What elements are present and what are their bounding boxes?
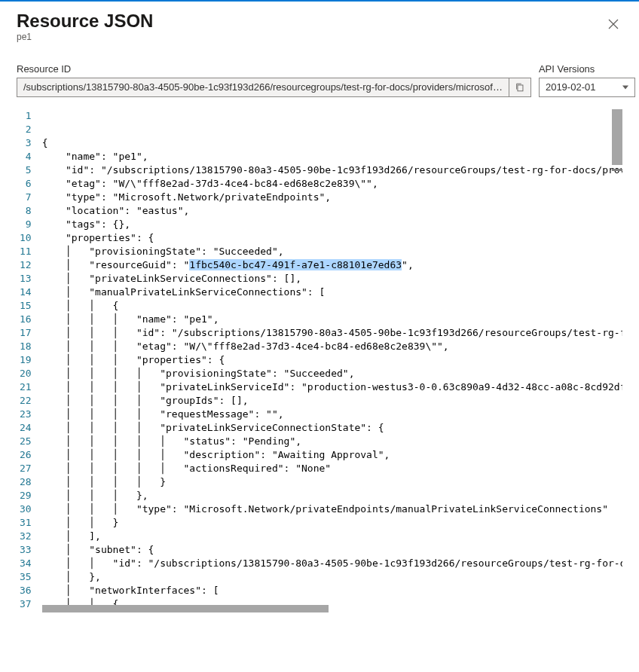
line-number: 10: [20, 231, 32, 245]
line-number: 33: [20, 543, 32, 557]
line-number: 11: [20, 245, 32, 258]
line-number: 29: [20, 489, 32, 502]
line-number: 27: [20, 462, 32, 475]
code-line[interactable]: │ "provisioningState": "Succeeded",: [42, 245, 622, 258]
code-line[interactable]: │ │ }: [42, 516, 622, 530]
header: Resource JSON pe1: [0, 2, 639, 42]
code-line[interactable]: │ │ │ │ }: [42, 475, 622, 489]
resource-id-input-row: /subscriptions/13815790-80a3-4505-90be-1…: [17, 78, 531, 97]
code-line[interactable]: │ │ "id": "/subscriptions/13815790-80a3-…: [42, 557, 622, 570]
code-line[interactable]: │ "networkInterfaces": [: [42, 584, 622, 597]
line-number: 25: [20, 435, 32, 448]
code-line[interactable]: "etag": "W/\"fff8e2ad-37d3-4ce4-bc84-ed6…: [42, 177, 622, 191]
line-number: 6: [20, 177, 32, 191]
code-line[interactable]: │ │ │ "id": "/subscriptions/13815790-80a…: [42, 326, 622, 340]
line-number: 19: [20, 353, 32, 367]
line-number: 9: [20, 218, 32, 231]
line-number: 23: [20, 408, 32, 421]
text-selection: 1fbc540c-bc47-491f-a7e1-c88101e7ed63: [189, 259, 402, 270]
code-line[interactable]: "name": "pe1",: [42, 150, 622, 163]
json-editor[interactable]: 1234567891011121314151617181920212223242…: [17, 109, 622, 612]
code-line[interactable]: │ │ │ "etag": "W/\"fff8e2ad-37d3-4ce4-bc…: [42, 340, 622, 353]
close-icon: [608, 19, 619, 29]
line-number: 21: [20, 380, 32, 394]
close-button[interactable]: [604, 15, 622, 33]
line-number: 31: [20, 516, 32, 530]
line-number: 14: [20, 286, 32, 299]
horizontal-scrollbar-thumb[interactable]: [42, 605, 329, 612]
line-number: 36: [20, 584, 32, 597]
page-title: Resource JSON: [17, 11, 622, 32]
api-versions-field: API Versions 2019-02-01: [539, 63, 635, 97]
code-line[interactable]: │ },: [42, 570, 622, 584]
code-line[interactable]: │ "privateLinkServiceConnections": [],: [42, 272, 622, 286]
line-number: 15: [20, 299, 32, 313]
line-number: 13: [20, 272, 32, 286]
line-number: 28: [20, 475, 32, 489]
code-line[interactable]: │ "resourceGuid": "1fbc540c-bc47-491f-a7…: [42, 258, 622, 272]
code-line[interactable]: {: [42, 136, 622, 150]
line-number: 22: [20, 394, 32, 408]
line-number: 32: [20, 530, 32, 543]
line-number: 4: [20, 150, 32, 163]
line-number: 26: [20, 448, 32, 462]
resource-id-field: Resource ID /subscriptions/13815790-80a3…: [17, 63, 531, 97]
line-number: 3: [20, 136, 32, 150]
api-versions-select[interactable]: 2019-02-01: [539, 78, 635, 97]
code-line[interactable]: "id": "/subscriptions/13815790-80a3-4505…: [42, 163, 622, 177]
code-line[interactable]: │ "manualPrivateLinkServiceConnections":…: [42, 286, 622, 299]
code-line[interactable]: │ │ │ │ "requestMessage": "",: [42, 408, 622, 421]
line-number: 18: [20, 340, 32, 353]
api-versions-value: 2019-02-01: [546, 81, 596, 93]
code-line[interactable]: │ │ │ },: [42, 489, 622, 502]
line-number: 30: [20, 502, 32, 516]
code-line[interactable]: │ │ │ │ "provisioningState": "Succeeded"…: [42, 367, 622, 380]
fields-row: Resource ID /subscriptions/13815790-80a3…: [0, 42, 639, 103]
code-line[interactable]: │ │ │ │ │ "status": "Pending",: [42, 435, 622, 448]
code-line[interactable]: │ │ │ "type": "Microsoft.Network/private…: [42, 502, 622, 516]
code-line[interactable]: │ │ │ "name": "pe1",: [42, 313, 622, 326]
copy-icon: [515, 82, 525, 93]
code-line[interactable]: │ │ │ │ "privateLinkServiceConnectionSta…: [42, 421, 622, 435]
vertical-scrollbar-track[interactable]: [612, 109, 622, 605]
code-line[interactable]: "tags": {},: [42, 218, 622, 231]
line-number: 8: [20, 204, 32, 218]
line-number: 34: [20, 557, 32, 570]
vertical-scrollbar-mark: [612, 169, 622, 171]
line-number: 2: [20, 123, 32, 136]
code-line[interactable]: │ │ │ │ "groupIds": [],: [42, 394, 622, 408]
vertical-scrollbar-thumb[interactable]: [612, 109, 622, 165]
line-number: 7: [20, 191, 32, 204]
code-line[interactable]: │ │ │ │ │ "description": "Awaiting Appro…: [42, 448, 622, 462]
code-line[interactable]: │ │ │ │ "privateLinkServiceId": "product…: [42, 380, 622, 394]
svg-rect-0: [518, 85, 523, 91]
copy-button[interactable]: [509, 78, 531, 97]
code-line[interactable]: "type": "Microsoft.Network/privateEndpoi…: [42, 191, 622, 204]
line-number: 24: [20, 421, 32, 435]
resource-id-label: Resource ID: [17, 63, 531, 75]
code-line[interactable]: │ │ │ "properties": {: [42, 353, 622, 367]
code-line[interactable]: "properties": {: [42, 231, 622, 245]
line-number: 37: [20, 597, 32, 611]
line-number: 5: [20, 163, 32, 177]
code-line[interactable]: "location": "eastus",: [42, 204, 622, 218]
line-number-gutter: 1234567891011121314151617181920212223242…: [17, 109, 42, 612]
code-line[interactable]: │ │ {: [42, 299, 622, 313]
code-line[interactable]: │ │ │ │ │ "actionsRequired": "None": [42, 462, 622, 475]
line-number: 17: [20, 326, 32, 340]
resource-id-input[interactable]: /subscriptions/13815790-80a3-4505-90be-1…: [17, 78, 509, 97]
code-content[interactable]: { "name": "pe1", "id": "/subscriptions/1…: [42, 109, 622, 612]
page-subtitle: pe1: [17, 32, 622, 42]
line-number: 1: [20, 109, 32, 123]
api-versions-label: API Versions: [539, 63, 635, 75]
line-number: 12: [20, 258, 32, 272]
line-number: 16: [20, 313, 32, 326]
code-line[interactable]: │ "subnet": {: [42, 543, 622, 557]
line-number: 20: [20, 367, 32, 380]
line-number: 35: [20, 570, 32, 584]
code-line[interactable]: │ ],: [42, 530, 622, 543]
